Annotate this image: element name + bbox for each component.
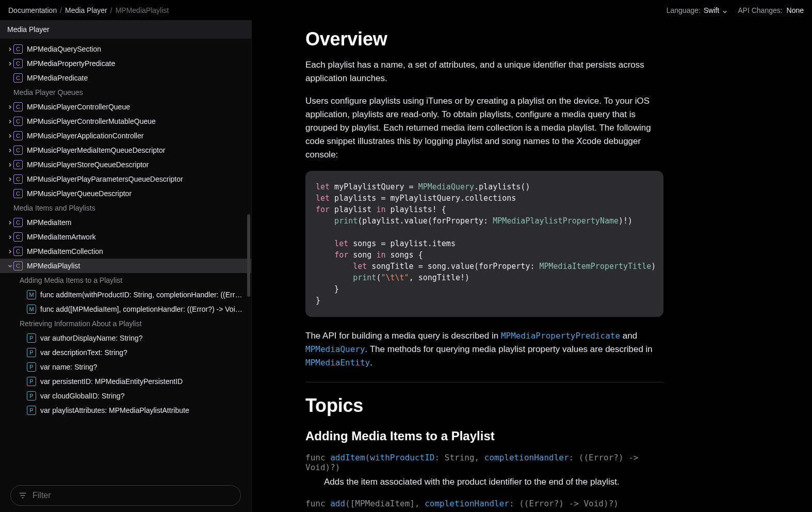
description-additem: Adds the item associated with the produc… — [324, 475, 663, 489]
class-icon: C — [13, 189, 23, 198]
sidebar-item-label: MPMediaQuerySection — [27, 45, 251, 53]
sidebar-item[interactable]: CMPMediaPredicate — [0, 71, 251, 85]
sidebar-item[interactable]: CMPMusicPlayerMediaItemQueueDescriptor — [0, 143, 251, 157]
chevron-right-icon[interactable] — [6, 105, 13, 109]
declaration-add[interactable]: func add([MPMediaItem], completionHandle… — [305, 499, 663, 508]
chevron-right-icon[interactable] — [6, 177, 13, 182]
chevron-right-icon[interactable] — [6, 119, 13, 124]
sidebar-item-label: MPMediaPredicate — [27, 74, 251, 82]
class-icon: C — [13, 44, 23, 54]
sidebar-header[interactable]: Media Player — [0, 20, 251, 39]
sidebar-item[interactable]: CMPMediaPlaylist — [0, 259, 251, 273]
sidebar-item[interactable]: CMPMediaItemArtwork — [0, 230, 251, 244]
filter-input[interactable] — [33, 491, 233, 500]
language-label: Language: — [667, 6, 701, 14]
language-value: Swift — [704, 6, 719, 14]
chevron-right-icon[interactable] — [6, 47, 13, 52]
sidebar-item[interactable]: Pvar cloudGlobalID: String? — [0, 389, 251, 403]
link-mpmediaquery[interactable]: MPMediaQuery — [305, 344, 365, 354]
class-icon: C — [13, 146, 23, 155]
property-icon: P — [27, 333, 36, 343]
sidebar-item-label: MPMediaPlaylist — [27, 262, 251, 270]
subsection-add: Adding Media Items to a Playlist — [0, 273, 251, 287]
class-icon: C — [13, 247, 23, 256]
topbar: Documentation / Media Player / MPMediaPl… — [0, 0, 812, 20]
sidebar-item-label: MPMusicPlayerControllerMutableQueue — [27, 117, 251, 125]
sidebar-item-label: func add([MPMediaItem], completionHandle… — [40, 305, 251, 313]
class-icon: C — [13, 261, 23, 270]
content[interactable]: Overview Each playlist has a name, a set… — [252, 20, 812, 512]
sidebar-item[interactable]: Pvar descriptionText: String? — [0, 345, 251, 360]
class-icon: C — [13, 232, 23, 242]
sidebar-item[interactable]: CMPMediaItemCollection — [0, 244, 251, 259]
language-select[interactable]: Language: Swift — [667, 6, 728, 14]
sidebar-item-label: MPMusicPlayerControllerQueue — [27, 103, 251, 111]
sidebar-item-label: MPMusicPlayerQueueDescriptor — [27, 189, 251, 198]
sidebar-item-label: var name: String? — [40, 363, 251, 371]
sidebar-item[interactable]: Pvar playlistAttributes: MPMediaPlaylist… — [0, 403, 251, 418]
topic-subheading: Adding Media Items to a Playlist — [305, 429, 663, 443]
crumb-mediaplayer[interactable]: Media Player — [65, 6, 107, 14]
sidebar-item[interactable]: Pvar persistentID: MPMediaEntityPersiste… — [0, 374, 251, 389]
class-icon: C — [13, 174, 23, 184]
sidebar-item-label: MPMediaPropertyPredicate — [27, 59, 251, 68]
divider — [305, 382, 663, 382]
sidebar-item-label: func addItem(withProductID: String, comp… — [40, 291, 251, 299]
property-icon: P — [27, 348, 36, 357]
class-icon: C — [13, 131, 23, 140]
sidebar-item[interactable]: CMPMusicPlayerControllerQueue — [0, 100, 251, 114]
chevron-right-icon[interactable] — [6, 148, 13, 153]
link-mpmediaentity[interactable]: MPMediaEntity — [305, 358, 370, 367]
chevron-down-icon[interactable] — [6, 264, 13, 268]
sidebar-item-label: var cloudGlobalID: String? — [40, 392, 251, 400]
sep-icon: / — [60, 6, 62, 14]
overview-heading: Overview — [305, 28, 663, 50]
class-icon: C — [13, 73, 23, 83]
chevron-right-icon[interactable] — [6, 249, 13, 254]
sidebar-item[interactable]: CMPMediaPropertyPredicate — [0, 56, 251, 71]
property-icon: P — [27, 406, 36, 415]
scrollbar-thumb[interactable] — [247, 214, 250, 297]
filter-icon — [18, 491, 27, 500]
chevron-right-icon[interactable] — [6, 61, 13, 66]
subsection-retrieve: Retrieving Information About a Playlist — [0, 316, 251, 331]
sep-icon: / — [110, 6, 112, 14]
code-sample: let myPlaylistQuery = MPMediaQuery.playl… — [305, 171, 663, 317]
sidebar-item[interactable]: Mfunc add([MPMediaItem], completionHandl… — [0, 302, 251, 316]
property-icon: P — [27, 362, 36, 372]
method-icon: M — [27, 305, 36, 314]
breadcrumb: Documentation / Media Player / MPMediaPl… — [8, 6, 169, 14]
sidebar-item-label: MPMusicPlayerMediaItemQueueDescriptor — [27, 146, 251, 154]
property-icon: P — [27, 391, 36, 401]
filter-input-wrap[interactable] — [10, 485, 241, 506]
sidebar-list[interactable]: CMPMediaQuerySectionCMPMediaPropertyPred… — [0, 39, 251, 479]
crumb-documentation[interactable]: Documentation — [8, 6, 57, 14]
sidebar-item[interactable]: CMPMediaQuerySection — [0, 42, 251, 56]
sidebar-item[interactable]: CMPMusicPlayerApplicationController — [0, 129, 251, 143]
chevron-right-icon[interactable] — [6, 163, 13, 167]
sidebar-item[interactable]: Pvar authorDisplayName: String? — [0, 331, 251, 345]
sidebar-item[interactable]: Mfunc addItem(withProductID: String, com… — [0, 287, 251, 302]
sidebar-item-label: MPMediaItemCollection — [27, 247, 251, 255]
chevron-right-icon[interactable] — [6, 220, 13, 225]
sidebar-item[interactable]: Pvar name: String? — [0, 360, 251, 374]
sidebar-item[interactable]: CMPMusicPlayerQueueDescriptor — [0, 186, 251, 201]
overview-p2: Users configure playlists using iTunes o… — [305, 94, 663, 162]
chevron-right-icon[interactable] — [6, 235, 13, 239]
api-changes-label: API Changes: — [738, 6, 782, 14]
sidebar-item[interactable]: CMPMediaItem — [0, 215, 251, 230]
link-mpmediapropertypredicate[interactable]: MPMediaPropertyPredicate — [501, 331, 620, 341]
class-icon: C — [13, 117, 23, 126]
topbar-right: Language: Swift API Changes: None — [667, 6, 804, 14]
sidebar-item[interactable]: CMPMusicPlayerPlayParametersQueueDescrip… — [0, 172, 251, 186]
chevron-right-icon[interactable] — [6, 134, 13, 138]
class-icon: C — [13, 160, 23, 169]
sidebar-item[interactable]: CMPMusicPlayerControllerMutableQueue — [0, 114, 251, 129]
sidebar-item[interactable]: CMPMusicPlayerStoreQueueDescriptor — [0, 157, 251, 172]
topics-heading: Topics — [305, 395, 663, 417]
crumb-current: MPMediaPlaylist — [116, 6, 169, 14]
class-icon: C — [13, 59, 23, 68]
sidebar-item-label: MPMediaItemArtwork — [27, 233, 251, 241]
declaration-additem[interactable]: func addItem(withProductID: String, comp… — [305, 453, 663, 472]
section-media: Media Items and Playlists — [0, 201, 251, 215]
